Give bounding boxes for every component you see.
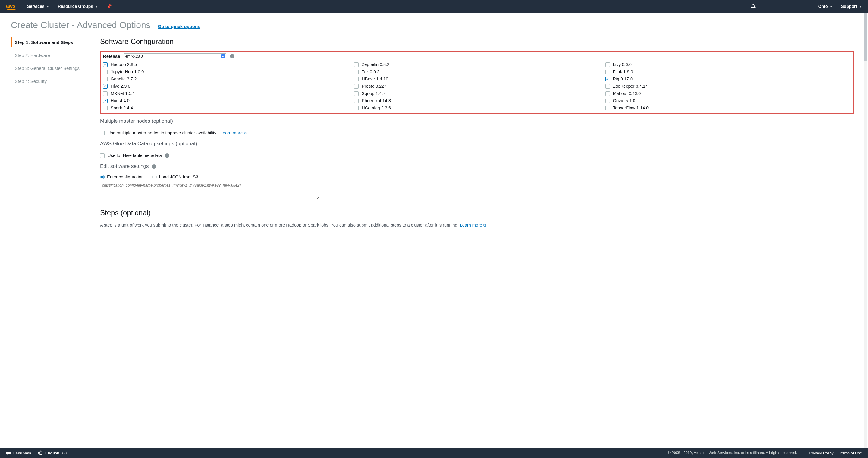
radio-load-json[interactable]: Load JSON from S3	[152, 174, 198, 179]
app-label: HCatalog 2.3.6	[362, 105, 391, 110]
app-checkbox[interactable]	[354, 62, 359, 67]
external-link-icon: ⧉	[244, 131, 247, 135]
software-apps-grid: Hadoop 2.8.5Zeppelin 0.8.2Livy 0.6.0Jupy…	[103, 62, 850, 111]
nav-support-label: Support	[841, 4, 857, 9]
software-app-item[interactable]: Phoenix 4.14.3	[354, 98, 599, 104]
software-app-item[interactable]: Hue 4.4.0	[103, 98, 348, 104]
step-label: Step 1: Software and Steps	[15, 40, 73, 45]
app-checkbox[interactable]	[606, 62, 610, 67]
nav-notifications[interactable]	[751, 4, 755, 9]
app-label: TensorFlow 1.14.0	[613, 105, 649, 110]
software-app-item[interactable]: Mahout 0.13.0	[606, 90, 850, 96]
app-checkbox[interactable]	[354, 106, 359, 110]
step-1-software[interactable]: Step 1: Software and Steps	[11, 37, 89, 47]
nav-region[interactable]: Ohio ▼	[818, 4, 833, 9]
software-app-item[interactable]: TensorFlow 1.14.0	[606, 105, 850, 111]
nav-services[interactable]: Services ▼	[27, 4, 50, 9]
nav-pin-button[interactable]: 📌	[106, 4, 112, 9]
software-app-item[interactable]: Hadoop 2.8.5	[103, 62, 348, 67]
app-label: JupyterHub 1.0.0	[111, 69, 144, 74]
app-label: Presto 0.227	[362, 84, 386, 89]
software-app-item[interactable]: Livy 0.6.0	[606, 62, 850, 67]
multi-master-learn-more-link[interactable]: Learn more ⧉	[220, 130, 247, 135]
app-checkbox[interactable]	[354, 91, 359, 96]
info-icon[interactable]: i	[152, 164, 156, 169]
software-app-item[interactable]: Oozie 5.1.0	[606, 98, 850, 104]
vertical-scrollbar[interactable]	[864, 13, 867, 448]
app-label: Spark 2.4.4	[111, 105, 133, 110]
app-checkbox[interactable]	[606, 99, 610, 103]
app-checkbox[interactable]	[606, 106, 610, 110]
app-checkbox[interactable]	[103, 70, 107, 74]
info-icon[interactable]: i	[230, 54, 235, 59]
app-checkbox[interactable]	[606, 77, 610, 81]
app-label: Livy 0.6.0	[613, 62, 632, 67]
app-label: Ganglia 3.7.2	[111, 76, 136, 81]
step-label: Step 2: Hardware	[15, 53, 50, 58]
software-app-item[interactable]: Tez 0.9.2	[354, 69, 599, 75]
page-title-row: Create Cluster - Advanced Options Go to …	[11, 20, 857, 30]
app-checkbox[interactable]	[103, 106, 107, 110]
steps-learn-more-link[interactable]: Learn more ⧉	[460, 223, 486, 228]
nav-resource-groups[interactable]: Resource Groups ▼	[58, 4, 98, 9]
nav-support[interactable]: Support ▼	[841, 4, 862, 9]
info-icon[interactable]: i	[165, 153, 169, 158]
app-label: Sqoop 1.4.7	[362, 91, 385, 96]
scrollbar-thumb[interactable]	[864, 13, 867, 61]
app-checkbox[interactable]	[103, 77, 107, 81]
step-label: Step 4: Security	[15, 79, 47, 84]
config-textarea[interactable]	[100, 182, 320, 199]
app-label: Tez 0.9.2	[362, 69, 379, 74]
glue-hive-checkbox[interactable]	[100, 153, 104, 158]
nav-region-label: Ohio	[818, 4, 828, 9]
app-checkbox[interactable]	[606, 84, 610, 89]
software-app-item[interactable]: Hive 2.3.6	[103, 83, 348, 89]
software-app-item[interactable]: Pig 0.17.0	[606, 76, 850, 82]
software-app-item[interactable]: Ganglia 3.7.2	[103, 76, 348, 82]
multi-master-checkbox[interactable]	[100, 131, 104, 135]
external-link-icon: ⧉	[484, 223, 486, 228]
app-label: Hue 4.4.0	[111, 98, 130, 103]
app-checkbox[interactable]	[103, 62, 107, 67]
divider	[100, 149, 854, 149]
release-row: Release emr-5.28.0 ▴▾ i	[103, 53, 850, 59]
step-4-security[interactable]: Step 4: Security	[11, 76, 89, 86]
app-checkbox[interactable]	[354, 77, 359, 81]
caret-down-icon: ▼	[46, 5, 50, 8]
caret-down-icon: ▼	[95, 5, 98, 8]
software-app-item[interactable]: Zeppelin 0.8.2	[354, 62, 599, 67]
glue-row: Use for Hive table metadata i	[100, 152, 854, 159]
release-select[interactable]: emr-5.28.0 ▴▾	[124, 53, 226, 59]
app-checkbox[interactable]	[103, 99, 107, 103]
software-app-item[interactable]: Presto 0.227	[354, 83, 599, 89]
software-app-item[interactable]: Flink 1.9.0	[606, 69, 850, 75]
app-checkbox[interactable]	[103, 84, 107, 89]
app-checkbox[interactable]	[354, 70, 359, 74]
step-2-hardware[interactable]: Step 2: Hardware	[11, 50, 89, 60]
software-app-item[interactable]: HBase 1.4.10	[354, 76, 599, 82]
release-label: Release	[103, 54, 120, 59]
app-checkbox[interactable]	[606, 91, 610, 96]
learn-more-text: Learn more	[460, 223, 482, 228]
app-checkbox[interactable]	[103, 91, 107, 96]
radio-enter-config[interactable]: Enter configuration	[100, 174, 144, 179]
step-3-general[interactable]: Step 3: General Cluster Settings	[11, 63, 89, 73]
software-app-item[interactable]: HCatalog 2.3.6	[354, 105, 599, 111]
app-label: Zeppelin 0.8.2	[362, 62, 390, 67]
app-label: Hadoop 2.8.5	[111, 62, 137, 67]
glue-label: Use for Hive table metadata	[107, 153, 162, 158]
software-app-item[interactable]: Sqoop 1.4.7	[354, 90, 599, 96]
app-checkbox[interactable]	[606, 70, 610, 74]
software-app-item[interactable]: Spark 2.4.4	[103, 105, 348, 111]
software-app-item[interactable]: ZooKeeper 3.4.14	[606, 83, 850, 89]
software-app-item[interactable]: MXNet 1.5.1	[103, 90, 348, 96]
top-nav: aws Services ▼ Resource Groups ▼ 📌 Ohio …	[0, 0, 868, 13]
software-app-item[interactable]: JupyterHub 1.0.0	[103, 69, 348, 75]
app-checkbox[interactable]	[354, 99, 359, 103]
app-checkbox[interactable]	[354, 84, 359, 89]
edit-settings-heading-text: Edit software settings	[100, 163, 149, 169]
multi-master-heading: Multiple master nodes (optional)	[100, 118, 854, 124]
quick-options-link[interactable]: Go to quick options	[158, 24, 200, 29]
aws-logo[interactable]: aws	[6, 3, 16, 10]
steps-description: A step is a unit of work you submit to t…	[100, 222, 854, 228]
